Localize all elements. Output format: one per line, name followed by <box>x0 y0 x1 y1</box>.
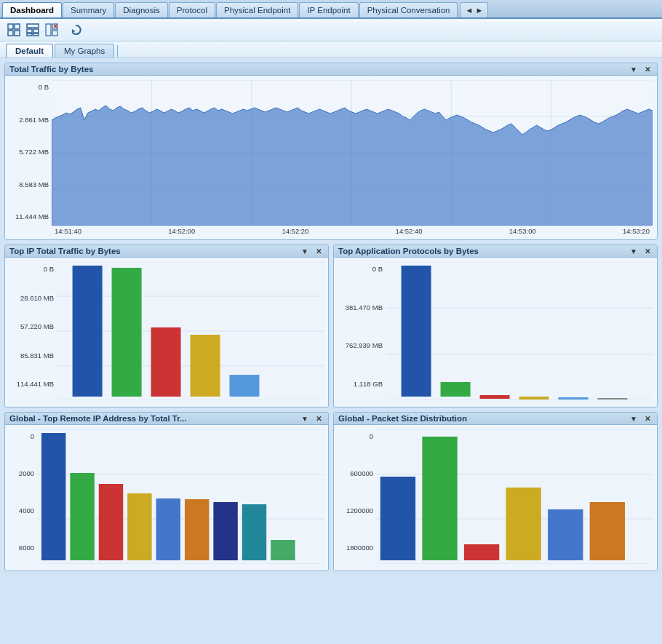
top-ip-svg <box>57 262 324 400</box>
svg-rect-61 <box>271 540 295 560</box>
panel-top-app: Top Application Protocols by Bytes ▼ ✕ 1… <box>333 245 658 408</box>
panel-top-ip-title: Top IP Total Traffic by Bytes <box>9 247 121 255</box>
panel-global-remote-chart-area: 6000 4000 2000 0 <box>5 425 328 571</box>
global-remote-y-labels: 6000 4000 2000 0 <box>9 429 37 566</box>
panel-top-app-dropdown[interactable]: ▼ <box>628 247 639 255</box>
svg-rect-47 <box>597 398 627 399</box>
global-remote-svg <box>37 429 324 564</box>
layout-icon-1[interactable] <box>6 22 22 38</box>
panel-top-app-close[interactable]: ✕ <box>642 247 653 255</box>
total-traffic-y-labels: 11.444 MB 8.583 MB 5.722 MB 2.861 MB 0 B <box>9 80 52 235</box>
svg-rect-36 <box>229 375 259 397</box>
total-traffic-chart-wrap: 11.444 MB 8.583 MB 5.722 MB 2.861 MB 0 B <box>9 80 653 235</box>
svg-rect-7 <box>27 33 32 36</box>
svg-rect-60 <box>242 504 266 560</box>
tab-diagnosis[interactable]: Diagnosis <box>115 2 168 17</box>
top-app-svg <box>386 262 653 400</box>
svg-marker-14 <box>72 29 76 33</box>
total-traffic-x-labels: 14:51:40 14:52:00 14:52:20 14:52:40 14:5… <box>52 227 653 235</box>
panel-total-traffic-dropdown[interactable]: ▼ <box>628 65 639 73</box>
svg-rect-67 <box>380 477 415 560</box>
global-remote-chart-wrap: 6000 4000 2000 0 <box>9 429 324 566</box>
tab-physical-conversation[interactable]: Physical Conversation <box>359 2 458 17</box>
svg-rect-33 <box>112 268 142 397</box>
panel-global-remote-close[interactable]: ✕ <box>314 415 324 423</box>
svg-rect-8 <box>33 33 39 36</box>
tab-ip-endpoint[interactable]: IP Endpoint <box>299 2 358 17</box>
panel-top-ip-header: Top IP Total Traffic by Bytes ▼ ✕ <box>5 245 328 258</box>
svg-rect-43 <box>441 382 471 397</box>
top-app-chart-svg-wrap <box>386 262 653 402</box>
svg-rect-1 <box>15 24 20 29</box>
toolbar <box>0 19 662 41</box>
total-traffic-chart-svg-wrap: 14:51:40 14:52:00 14:52:20 14:52:40 14:5… <box>52 80 653 235</box>
layout-icon-3[interactable] <box>44 22 60 38</box>
svg-rect-0 <box>8 24 13 29</box>
tab-bar: Dashboard Summary Diagnosis Protocol Phy… <box>0 0 662 19</box>
svg-rect-56 <box>127 493 151 560</box>
panel-total-traffic: Total Traffic by Bytes ▼ ✕ 11.444 MB 8.5… <box>4 63 658 240</box>
svg-rect-4 <box>27 24 39 28</box>
panel-global-packet-header: Global - Packet Size Distribution ▼ ✕ <box>334 413 657 425</box>
svg-rect-2 <box>8 31 13 36</box>
tab-scroll-arrow[interactable]: ◄ ► <box>460 2 488 17</box>
tab-physical-endpoint[interactable]: Physical Endpoint <box>216 2 298 17</box>
panel-global-packet-close[interactable]: ✕ <box>642 415 653 423</box>
dashboard-content: Total Traffic by Bytes ▼ ✕ 11.444 MB 8.5… <box>0 58 662 634</box>
panel-global-packet-chart-area: 1800000 1200000 600000 0 <box>334 425 657 571</box>
panel-total-traffic-title: Total Traffic by Bytes <box>9 65 93 73</box>
panel-top-ip-close[interactable]: ✕ <box>314 247 324 255</box>
top-app-chart-wrap: 1.118 GB 762.939 MB 381.470 MB 0 B <box>338 262 653 402</box>
svg-rect-54 <box>70 473 94 560</box>
view-tab-separator <box>117 45 118 57</box>
global-packet-y-labels: 1800000 1200000 600000 0 <box>338 429 376 566</box>
svg-rect-9 <box>46 24 51 36</box>
tab-dashboard[interactable]: Dashboard <box>2 2 62 17</box>
panel-total-traffic-header: Total Traffic by Bytes ▼ ✕ <box>5 63 657 76</box>
top-ip-chart-wrap: 114.441 MB 85.831 MB 57.220 MB 28.610 MB… <box>9 262 324 402</box>
panel-top-app-actions: ▼ ✕ <box>628 247 653 255</box>
panel-global-packet: Global - Packet Size Distribution ▼ ✕ 18… <box>333 412 658 571</box>
panel-top-ip: Top IP Total Traffic by Bytes ▼ ✕ 114.44… <box>4 245 329 408</box>
svg-rect-11 <box>52 31 57 36</box>
panel-global-remote: Global - Top Remote IP Address by Total … <box>4 412 329 571</box>
panel-global-remote-actions: ▼ ✕ <box>299 415 324 423</box>
svg-rect-57 <box>156 498 180 560</box>
panel-total-traffic-close[interactable]: ✕ <box>642 65 653 73</box>
global-remote-chart-svg-wrap <box>37 429 324 566</box>
panel-top-ip-dropdown[interactable]: ▼ <box>299 247 311 255</box>
view-tabs: Default My Graphs <box>0 41 662 58</box>
panel-row-bottom: Global - Top Remote IP Address by Total … <box>4 412 658 571</box>
panel-top-app-header: Top Application Protocols by Bytes ▼ ✕ <box>334 245 657 258</box>
panel-global-packet-actions: ▼ ✕ <box>628 415 653 423</box>
refresh-icon[interactable] <box>68 22 84 38</box>
global-packet-chart-wrap: 1800000 1200000 600000 0 <box>338 429 653 566</box>
svg-rect-69 <box>464 544 499 560</box>
panel-global-remote-title: Global - Top Remote IP Address by Total … <box>9 414 187 423</box>
panel-global-packet-dropdown[interactable]: ▼ <box>628 415 639 423</box>
tab-summary[interactable]: Summary <box>63 2 114 17</box>
panel-top-app-chart-area: 1.118 GB 762.939 MB 381.470 MB 0 B <box>334 258 657 407</box>
global-packet-svg <box>376 429 653 564</box>
global-packet-chart-svg-wrap <box>376 429 653 566</box>
svg-rect-5 <box>27 29 32 33</box>
tab-protocol[interactable]: Protocol <box>169 2 215 17</box>
svg-rect-34 <box>151 327 181 397</box>
svg-rect-32 <box>73 266 103 397</box>
panel-top-app-title: Top Application Protocols by Bytes <box>338 247 479 255</box>
svg-rect-70 <box>506 488 541 560</box>
view-tab-mygraphs[interactable]: My Graphs <box>55 44 114 57</box>
svg-rect-44 <box>480 395 510 399</box>
total-traffic-svg <box>52 80 653 226</box>
view-tab-default[interactable]: Default <box>6 44 53 57</box>
svg-rect-3 <box>15 31 20 36</box>
svg-rect-59 <box>213 502 237 560</box>
svg-rect-72 <box>590 502 625 560</box>
layout-icon-2[interactable] <box>25 22 41 38</box>
panel-total-traffic-actions: ▼ ✕ <box>628 65 653 73</box>
top-ip-y-labels: 114.441 MB 85.831 MB 57.220 MB 28.610 MB… <box>9 262 57 402</box>
panel-row-middle: Top IP Total Traffic by Bytes ▼ ✕ 114.44… <box>4 245 658 408</box>
svg-rect-58 <box>185 499 209 560</box>
panel-global-remote-dropdown[interactable]: ▼ <box>299 415 311 423</box>
top-ip-chart-svg-wrap <box>57 262 324 402</box>
